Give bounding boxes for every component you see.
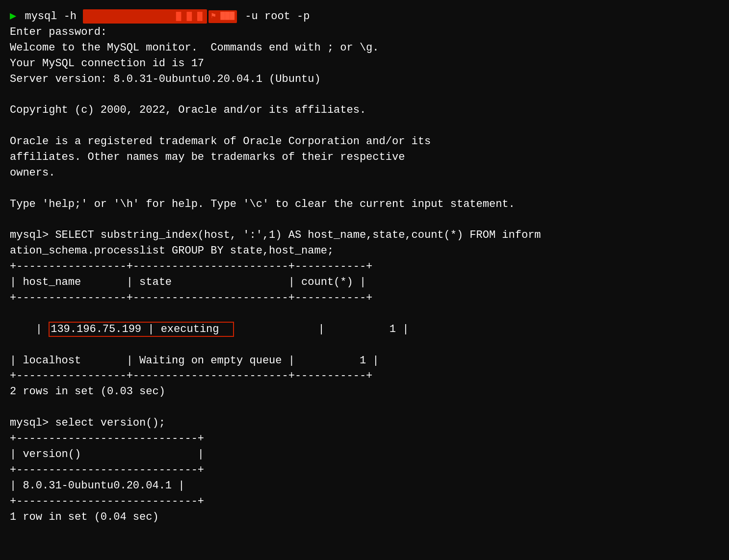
blank-line-1 — [10, 87, 719, 102]
prompt-arrow: ▶ — [10, 9, 16, 25]
table1-header-row: | host_name | state | count(*) | — [10, 275, 719, 290]
redacted-flag-icon: ⚑ ███ — [208, 10, 237, 23]
help-hint-line: Type 'help;' or '\h' for help. Type '\c'… — [10, 197, 719, 212]
highlighted-ip-row: 139.196.75.199 | executing — [49, 322, 234, 337]
welcome-line: Welcome to the MySQL monitor. Commands e… — [10, 40, 719, 56]
row1-state: executing — [161, 323, 219, 335]
rows2-count: 1 row in set (0.04 sec) — [10, 509, 719, 525]
copyright-line: Copyright (c) 2000, 2022, Oracle and/or … — [10, 102, 719, 118]
table1-top-border: +-----------------+---------------------… — [10, 259, 719, 275]
rows1-count: 2 rows in set (0.03 sec) — [10, 384, 719, 400]
table1-sep-border: +-----------------+---------------------… — [10, 290, 719, 306]
prompt-line-1: ▶ mysql -h ⚑ ███ -u root -p — [10, 9, 719, 25]
blank-line-2 — [10, 118, 719, 134]
table2-data-row: | 8.0.31-0ubuntu0.20.04.1 | — [10, 478, 719, 494]
oracle-trademark-line2: affiliates. Other names may be trademark… — [10, 150, 719, 165]
row1-pipe-start: | — [36, 323, 49, 335]
connection-id-line: Your MySQL connection id is 17 — [10, 56, 719, 72]
enter-password-line: Enter password: — [10, 25, 719, 40]
table2-header-row: | version() | — [10, 447, 719, 462]
blank-line-5 — [10, 400, 719, 415]
query1-line2: ation_schema.processlist GROUP BY state,… — [10, 243, 719, 259]
oracle-trademark-line3: owners. — [10, 165, 719, 181]
query1-line1: mysql> SELECT substring_index(host, ':',… — [10, 228, 719, 243]
blank-line-4 — [10, 212, 719, 228]
mysql-command: mysql -h — [18, 9, 83, 25]
terminal-window: ▶ mysql -h ⚑ ███ -u root -p Enter passwo… — [10, 9, 719, 525]
table1-data-row2: | localhost | Waiting on empty queue | 1… — [10, 353, 719, 369]
table2-bottom-border: +----------------------------+ — [10, 494, 719, 509]
table2-sep-border: +----------------------------+ — [10, 462, 719, 478]
table1-bottom-border: +-----------------+---------------------… — [10, 368, 719, 384]
blank-line-3 — [10, 181, 719, 197]
row1-remainder: | 1 | — [234, 323, 409, 335]
oracle-trademark-line1: Oracle is a registered trademark of Orac… — [10, 134, 719, 150]
table2-top-border: +----------------------------+ — [10, 431, 719, 447]
server-version-line: Server version: 8.0.31-0ubuntu0.20.04.1 … — [10, 72, 719, 87]
query2-line: mysql> select version(); — [10, 415, 719, 431]
mysql-user-arg: -u root -p — [238, 9, 310, 25]
row1-host: 139.196.75.199 — [51, 323, 141, 335]
redacted-hostname — [83, 9, 207, 24]
table1-data-row1: | 139.196.75.199 | executing | 1 | — [10, 306, 719, 353]
